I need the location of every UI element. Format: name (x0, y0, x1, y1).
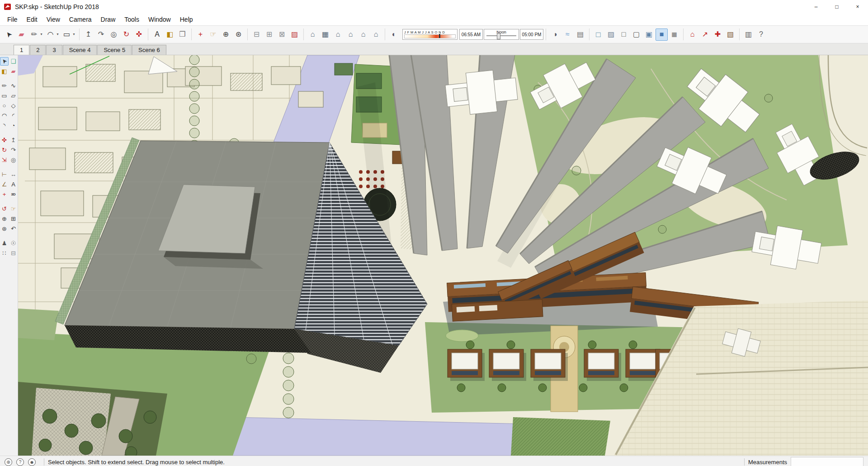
close-button[interactable]: × (847, 0, 868, 14)
menu-camera[interactable]: Camera (65, 14, 96, 24)
eraser-tool-icon[interactable]: ▰ (15, 29, 28, 41)
style-hidden-line-icon[interactable]: ▢ (630, 29, 642, 41)
tool-zoom-window[interactable]: ⊞ (9, 214, 18, 223)
tool-rectangle[interactable]: ▭ (0, 91, 9, 100)
time-slider-thumb[interactable] (497, 33, 500, 39)
help-icon[interactable]: ? (16, 458, 24, 466)
geolocation-icon[interactable]: ⊕ (5, 458, 12, 466)
tool-text[interactable]: A (9, 180, 18, 189)
viewport-canvas[interactable] (18, 55, 868, 456)
style-monochrome-icon[interactable]: ◼ (668, 29, 680, 41)
fog-toggle-icon[interactable]: ≈ (561, 29, 574, 41)
tool-previous[interactable]: ↶ (9, 224, 18, 233)
arc-dropdown[interactable]: ▾ (55, 29, 60, 41)
time-slider-track[interactable] (486, 35, 516, 36)
tool-freehand[interactable]: ∿ (9, 81, 18, 90)
display-section-planes-icon[interactable]: ⊞ (263, 29, 275, 41)
back-edges-icon[interactable]: ▨ (288, 29, 301, 41)
menu-file[interactable]: File (3, 14, 22, 24)
tool-orbit[interactable]: ↺ (0, 204, 9, 213)
shadows-toggle-icon[interactable]: ◑ (549, 29, 561, 41)
zoom-icon[interactable]: ⊕ (220, 29, 232, 41)
style-wireframe-icon[interactable]: □ (618, 29, 630, 41)
menu-help[interactable]: Help (175, 14, 198, 24)
tool-tape-measure[interactable]: ⊢ (0, 170, 9, 179)
menu-window[interactable]: Window (144, 14, 175, 24)
extension-warehouse-icon[interactable]: ✚ (712, 29, 724, 41)
view-top-icon[interactable]: ▦ (319, 29, 331, 41)
tool-polygon[interactable]: ◇ (9, 101, 18, 110)
section-plane-icon[interactable]: ⊟ (250, 29, 263, 41)
scene-tab-1[interactable]: 1 (14, 45, 29, 55)
send-to-layout-icon[interactable]: ▧ (724, 29, 736, 41)
tool-line[interactable]: ✏ (0, 81, 9, 90)
tool-paint-bucket[interactable]: ◧ (0, 67, 9, 76)
tool-rotated-rectangle[interactable]: ▱ (9, 91, 18, 100)
measurements-input[interactable] (791, 457, 863, 466)
tool-select[interactable]: ➤ (0, 57, 9, 66)
offset-icon[interactable]: ◎ (108, 29, 120, 41)
view-iso-icon[interactable]: ⌂ (307, 29, 319, 41)
default-tray-icon[interactable]: ▥ (742, 29, 755, 41)
warehouse-icon[interactable]: ⌂ (686, 29, 698, 41)
tool-push-pull[interactable]: ↥ (9, 136, 18, 144)
tool-3pt-arc[interactable]: ◝ (0, 121, 9, 130)
scene-tab-3[interactable]: 3 (46, 45, 62, 55)
tool-eraser[interactable]: ▰ (9, 67, 18, 76)
shapes-dropdown[interactable]: ▾ (71, 29, 76, 41)
tool-dimension[interactable]: ↔ (9, 170, 18, 179)
select-tool-icon[interactable]: ➤ (3, 29, 15, 41)
style-shaded-icon[interactable]: ▣ (643, 29, 655, 41)
display-section-cuts-icon[interactable]: ⊠ (276, 29, 288, 41)
tool-2pt-arc[interactable]: ◠ (0, 111, 9, 120)
rotate-icon[interactable]: ↻ (120, 29, 132, 41)
tool-position-camera[interactable]: ♟ (0, 239, 9, 247)
scene-tab-2[interactable]: 2 (30, 45, 46, 55)
view-back-icon[interactable]: ⌂ (357, 29, 369, 41)
date-slider-track[interactable] (404, 34, 456, 38)
shadow-settings-icon[interactable]: ◐ (388, 29, 400, 41)
tool-make-component[interactable]: ❑ (9, 57, 18, 66)
shadow-date-slider[interactable]: J F M A M J J A S O N D (402, 29, 458, 40)
line-tool-icon[interactable]: ✏ (28, 29, 40, 41)
move-icon[interactable]: ✜ (133, 29, 145, 41)
zoom-extents-icon[interactable]: ⊛ (232, 29, 245, 41)
view-right-icon[interactable]: ⌂ (344, 29, 357, 41)
match-photo-icon[interactable]: ▤ (574, 29, 586, 41)
view-left-icon[interactable]: ⌂ (370, 29, 382, 41)
scene-tab-5[interactable]: Scene 5 (97, 45, 132, 55)
tool-section-plane[interactable]: ⊟ (9, 249, 18, 257)
push-pull-icon[interactable]: ↥ (82, 29, 94, 41)
tool-move[interactable]: ✜ (0, 136, 9, 144)
tool-zoom[interactable]: ⊕ (0, 214, 9, 223)
scene-tab-6[interactable]: Scene 6 (132, 45, 166, 55)
arc-tool-icon[interactable]: ◠ (44, 29, 57, 41)
menu-tools[interactable]: Tools (120, 14, 144, 24)
restore-button[interactable]: □ (826, 0, 847, 14)
scene-tab-4[interactable]: Scene 4 (63, 45, 97, 55)
tool-walk[interactable]: ∷ (0, 249, 9, 257)
instructor-icon[interactable]: ? (755, 29, 767, 41)
share-model-icon[interactable]: ↗ (699, 29, 711, 41)
shadow-time-slider[interactable]: Noon (484, 29, 519, 40)
tool-scale[interactable]: ⇲ (0, 156, 9, 164)
tool-pan[interactable]: ☞ (9, 204, 18, 213)
tool-3d-text[interactable]: 3D (9, 190, 18, 199)
tool-rotate[interactable]: ↻ (0, 146, 9, 154)
tool-axes[interactable]: + (0, 190, 9, 199)
menu-draw[interactable]: Draw (96, 14, 120, 24)
account-icon[interactable]: ☻ (28, 458, 36, 466)
tool-offset[interactable]: ◎ (9, 156, 18, 164)
tool-circle[interactable]: ○ (0, 101, 9, 110)
pan-icon[interactable]: ☞ (207, 29, 219, 41)
view-front-icon[interactable]: ⌂ (332, 29, 344, 41)
date-slider-thumb[interactable] (439, 34, 440, 38)
tool-zoom-extents[interactable]: ⊛ (0, 224, 9, 233)
tool-protractor[interactable]: ∠ (0, 180, 9, 189)
tool-follow-me[interactable]: ↷ (9, 146, 18, 154)
material-sample-icon[interactable]: ❒ (176, 29, 189, 41)
tool-look-around[interactable]: ☉ (9, 239, 18, 247)
shapes-tool-icon[interactable]: ▭ (61, 29, 73, 41)
menu-edit[interactable]: Edit (22, 14, 42, 24)
style-back-edges-icon[interactable]: ▨ (605, 29, 617, 41)
